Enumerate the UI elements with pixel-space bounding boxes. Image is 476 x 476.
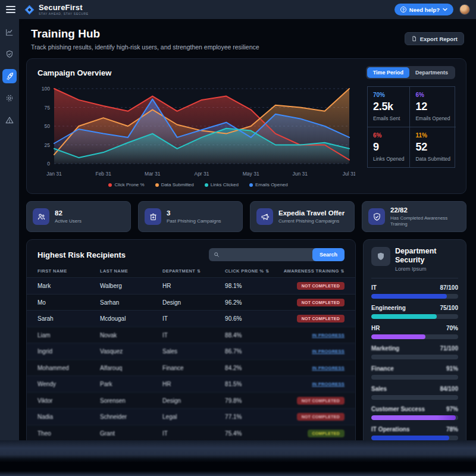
cell-department: IT <box>162 430 225 437</box>
progress-bar <box>371 294 458 299</box>
department-label: IT Operations <box>371 426 409 433</box>
shield-check-icon <box>5 50 14 58</box>
sidebar-item-rocket[interactable] <box>2 69 17 83</box>
department-security-subtitle: Lorem Ipsum <box>395 266 458 272</box>
department-score: 84/100 <box>440 386 458 392</box>
archive-icon <box>145 208 161 225</box>
table-row[interactable]: LiamNovakIT88.4%IN PROGRESS <box>27 327 355 343</box>
cell-awareness-training: NOT COMPLETED <box>279 315 345 322</box>
table-header-row: FIRST NAMELAST NAMEDEPARTMENT⇅CLICK PRON… <box>27 261 355 277</box>
table-row[interactable]: ViktorSorensenDesign79.8%NOT COMPLETED <box>27 392 355 409</box>
department-security-panel: Department Security Lorem Ipsum IT87/100… <box>363 239 466 440</box>
svg-text:50: 50 <box>45 123 51 129</box>
cell-awareness-training: IN PROGRESS <box>279 349 345 354</box>
hamburger-menu-icon[interactable] <box>6 6 15 13</box>
brand-logo[interactable]: SecureFirst STAY AHEAD, STAY SECURE <box>24 4 89 15</box>
summary-card[interactable]: 3Past Phishing Campaigns <box>138 201 243 232</box>
legend-item[interactable]: Click Prone % <box>108 182 144 187</box>
svg-text:Jun 31: Jun 31 <box>293 171 308 177</box>
summary-label: Past Phishing Campaigns <box>167 218 221 224</box>
sidebar-item-shield-check[interactable] <box>2 47 17 61</box>
department-label: IT <box>371 284 377 291</box>
summary-card[interactable]: 82Active Users <box>26 201 131 232</box>
cell-click-prone: 84.2% <box>225 365 279 371</box>
export-report-button[interactable]: Export Report <box>405 32 464 45</box>
table-row[interactable]: IngridVasquezSales86.7%IN PROGRESS <box>27 343 355 359</box>
table-row[interactable]: TheoGrantIT75.4%COMPLETED <box>27 425 355 440</box>
training-status-badge: NOT COMPLETED <box>297 315 345 322</box>
cell-department: Sales <box>162 348 225 355</box>
legend-item[interactable]: Links Clicked <box>205 182 239 187</box>
svg-text:Mar 31: Mar 31 <box>145 171 161 177</box>
cell-awareness-training: NOT COMPLETED <box>279 413 345 421</box>
cell-department: IT <box>162 332 225 339</box>
table-row[interactable]: SarahMcdougalIT90.6%NOT COMPLETED <box>27 310 355 327</box>
column-header[interactable]: DEPARTMENT⇅ <box>162 268 225 274</box>
training-status-link[interactable]: IN PROGRESS <box>312 349 345 354</box>
chart-mode-toggle: Time Period Departments <box>366 66 455 79</box>
line-chart-icon <box>5 28 14 36</box>
department-label: Customer Success <box>371 406 425 412</box>
training-status-link[interactable]: IN PROGRESS <box>312 381 345 387</box>
cell-first-name: Sarah <box>37 315 100 322</box>
department-row: IT87/100 <box>371 284 458 299</box>
sidebar-item-line-chart[interactable] <box>2 25 17 39</box>
column-label: DEPARTMENT <box>162 268 195 274</box>
column-header: LAST NAME <box>100 268 162 274</box>
stat-cell: 6%12Emails Opened <box>410 87 456 127</box>
cell-department: Legal <box>162 414 225 420</box>
need-help-button[interactable]: ? Need help? <box>394 4 453 15</box>
users-icon <box>33 208 49 225</box>
svg-text:Jan 31: Jan 31 <box>46 171 62 177</box>
summary-label: Has Completed Awareness Training <box>390 215 460 227</box>
stat-cell: 70%2.5kEmails Sent <box>368 87 410 127</box>
department-row: Customer Success97% <box>371 406 458 420</box>
department-bars: IT87/100Engineering75/100HR70%Marketing7… <box>371 284 458 440</box>
search-icon <box>214 252 220 258</box>
training-status-badge: COMPLETED <box>308 430 345 437</box>
svg-text:Apr 31: Apr 31 <box>194 171 209 177</box>
table-title: Highest Risk Recipients <box>37 250 126 259</box>
legend-item[interactable]: Emails Opened <box>249 182 288 187</box>
cell-last-name: Sorensen <box>100 397 162 404</box>
cell-first-name: Mohammed <box>37 365 100 371</box>
window-backdrop <box>0 440 476 476</box>
cell-last-name: Vasquez <box>100 348 162 355</box>
question-icon: ? <box>400 7 406 12</box>
cell-awareness-training: NOT COMPLETED <box>279 397 345 405</box>
training-status-link[interactable]: IN PROGRESS <box>312 333 345 338</box>
svg-text:25: 25 <box>45 142 51 148</box>
legend-dot-icon <box>108 183 112 187</box>
svg-text:Feb 31: Feb 31 <box>95 171 111 177</box>
toggle-time-period[interactable]: Time Period <box>367 67 409 78</box>
table-row[interactable]: NadiaSchneiderLegal77.1%NOT COMPLETED <box>27 408 355 425</box>
cell-first-name: Wendy <box>37 381 100 387</box>
gear-icon <box>5 94 14 102</box>
search-button[interactable]: Search <box>312 248 345 261</box>
sidebar-item-warning-triangle[interactable] <box>2 113 17 127</box>
user-avatar[interactable] <box>459 4 470 15</box>
toggle-departments[interactable]: Departments <box>409 67 454 78</box>
legend-dot-icon <box>205 183 208 187</box>
campaign-chart-area: 0255075100Jan 31Feb 31Mar 31Apr 31May 31… <box>37 84 359 181</box>
cell-awareness-training: IN PROGRESS <box>279 333 345 338</box>
export-icon <box>411 36 417 42</box>
stat-percent: 6% <box>415 92 450 98</box>
summary-label: Current Phishing Campaigns <box>278 218 345 224</box>
table-row[interactable]: MarkWalbergHR98.1%NOT COMPLETED <box>27 277 355 294</box>
cell-department: Design <box>162 397 225 404</box>
table-row[interactable]: MohammedAlfarouqFinance84.2%IN PROGRESS <box>27 359 355 376</box>
training-status-link[interactable]: IN PROGRESS <box>312 365 345 371</box>
legend-item[interactable]: Data Submitted <box>155 182 194 187</box>
cell-last-name: Sarhan <box>100 299 162 306</box>
table-row[interactable]: MoSarhanDesign96.2%NOT COMPLETED <box>27 294 355 311</box>
sidebar-item-gear[interactable] <box>2 91 17 105</box>
summary-card[interactable]: Expedia Travel OfferCurrent Phishing Cam… <box>250 201 355 232</box>
page-subtitle: Track phishing results, identify high-ri… <box>31 43 259 51</box>
cell-awareness-training: COMPLETED <box>279 430 345 437</box>
table-row[interactable]: WendyParkHR81.5%IN PROGRESS <box>27 375 355 392</box>
column-header[interactable]: CLICK PRONE %⇅ <box>225 268 279 274</box>
search-input[interactable] <box>220 252 312 258</box>
summary-card[interactable]: 22/82Has Completed Awareness Training <box>362 201 466 232</box>
column-header[interactable]: AWARENESS TRAINING⇅ <box>279 268 345 274</box>
